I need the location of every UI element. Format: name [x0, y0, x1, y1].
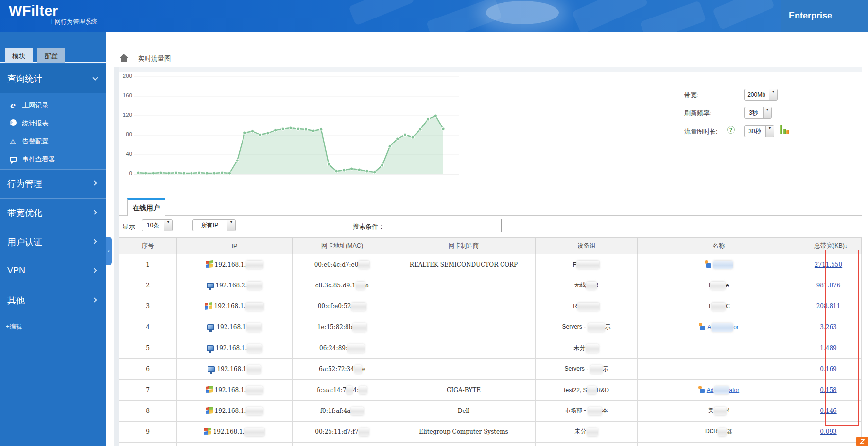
pie-chart-icon	[10, 119, 17, 126]
sidebar-section-other[interactable]: 其他	[0, 286, 106, 315]
bandwidth-link[interactable]: 0.146	[820, 408, 836, 414]
bandwidth-link[interactable]: 2711.550	[815, 261, 842, 268]
table-row[interactable]: 4192.168.11e:15:82:8bServers - 示Aor3.263	[119, 317, 862, 338]
sidebar-edit-link[interactable]: +编辑	[6, 322, 22, 331]
cell-group: 无线!	[536, 275, 638, 296]
table-row[interactable]: 1192.168.1.00:e0:4c:d7:e0REALTEK SEMICON…	[119, 254, 862, 275]
user-name-link[interactable]: Adator	[707, 387, 739, 393]
cell-text: 示	[605, 323, 611, 330]
refresh-rate-select[interactable]: 3秒	[744, 107, 772, 119]
cell-name	[638, 254, 800, 275]
cell-name	[638, 359, 800, 380]
bandwidth-link[interactable]: 208.811	[816, 303, 841, 310]
cell-bandwidth: 0.146	[800, 401, 862, 422]
col-num[interactable]: 序号	[119, 238, 177, 254]
table-row[interactable]: 6192.168.16a:52:72:34eServers - 示0.169	[119, 359, 862, 380]
tab-modules[interactable]: 模块	[5, 48, 33, 63]
windows-icon	[206, 260, 213, 268]
chevron-right-icon	[92, 268, 97, 273]
cell-mac: c8:3c:85:d9:1a	[293, 275, 392, 296]
chevron-right-icon	[92, 210, 97, 215]
sidebar-item-web-records[interactable]: 上网记录	[0, 96, 106, 114]
cell-mac: 00:25:11:d7:f7	[293, 422, 392, 443]
censored-blur	[246, 386, 263, 394]
bandwidth-link[interactable]: 981.076	[816, 282, 841, 289]
help-icon[interactable]: ?	[727, 126, 735, 134]
censored-blur	[714, 386, 729, 394]
user-name-link[interactable]: Aor	[707, 324, 739, 331]
table-row[interactable]: 8192.168.1.f0:1f:af:4aDell市场部 - 本美40.146	[119, 401, 862, 422]
sidebar-section-auth[interactable]: 用户认证	[0, 228, 106, 257]
cell-num: 7	[119, 380, 177, 401]
bandwidth-link[interactable]: 0.158	[820, 387, 836, 393]
tab-online-users[interactable]: 在线用户	[127, 198, 165, 216]
sidebar-section-query-stats[interactable]: 查询统计	[0, 64, 106, 93]
table-row[interactable]: 2192.168.2.c8:3c:85:d9:1a无线!ie981.076	[119, 275, 862, 296]
cell-name	[638, 338, 800, 359]
cell-text: 00:cf:e0:52	[318, 303, 351, 310]
chevron-down-icon[interactable]	[769, 89, 777, 100]
cell-text: 无线	[574, 282, 586, 288]
windows-icon	[206, 406, 213, 414]
cell-empty	[293, 443, 392, 446]
censored-blur	[245, 428, 264, 436]
cell-text: 192.168.1.	[215, 261, 246, 268]
sidebar-item-alert-config[interactable]: 告警配置	[0, 132, 106, 150]
bandwidth-link[interactable]: 3.263	[820, 324, 836, 331]
col-bandwidth[interactable]: 总带宽(KB)↓	[800, 238, 862, 254]
bandwidth-link[interactable]: 0.169	[820, 366, 836, 373]
sidebar-section-behavior[interactable]: 行为管理	[0, 169, 106, 198]
monitor-icon	[208, 366, 215, 372]
sidebar-item-stat-reports[interactable]: 统计报表	[0, 114, 106, 132]
cell-num: 1	[119, 254, 177, 275]
sidebar: 模块 配置 查询统计 上网记录 统计报表 告警配置 事件查看器	[0, 32, 106, 446]
ip-filter-select[interactable]: 所有IP	[192, 219, 236, 231]
chevron-down-icon[interactable]	[765, 126, 774, 137]
search-label: 搜索条件：	[353, 222, 384, 231]
cell-bandwidth: 3.263	[800, 317, 862, 338]
chevron-down-icon[interactable]	[227, 220, 235, 231]
chevron-down-icon[interactable]	[763, 107, 771, 118]
sidebar-section-vpn[interactable]: VPN	[0, 257, 106, 286]
table-row[interactable]: 5192.168.1.06:24:89:未分1.489	[119, 338, 862, 359]
cell-text: i	[709, 282, 710, 288]
bandwidth-select[interactable]: 200Mb	[744, 89, 778, 101]
bar-chart-icon[interactable]	[780, 125, 791, 134]
cell-mac: f0:1f:af:4a	[293, 401, 392, 422]
censored-blur	[713, 261, 733, 269]
cell-name: Aor	[638, 317, 800, 338]
cell-group: 市场部 - 本	[536, 401, 638, 422]
duration-select[interactable]: 30秒	[744, 125, 774, 137]
bandwidth-link[interactable]: 1.489	[820, 345, 836, 352]
cell-bandwidth: 981.076	[800, 275, 862, 296]
sidebar-tabs: 模块 配置	[0, 48, 106, 63]
cell-vendor	[392, 359, 536, 380]
sidebar-section-bandwidth[interactable]: 带宽优化	[0, 198, 106, 228]
sidebar-item-event-viewer[interactable]: 事件查看器	[0, 150, 106, 168]
tab-config[interactable]: 配置	[37, 48, 65, 63]
chevron-right-icon	[92, 298, 97, 303]
censored-blur	[587, 282, 596, 290]
table-row[interactable]: 7192.168.1.fc:aa:14:74:GIGA-BYTEtest22, …	[119, 380, 862, 401]
col-group[interactable]: 设备组	[536, 238, 638, 254]
cell-text: 192.168.1.	[213, 428, 245, 435]
col-mac[interactable]: 网卡地址(MAC)	[293, 238, 392, 254]
cell-text: F	[573, 261, 576, 268]
sidebar-collapse-handle[interactable]: ‹	[106, 237, 112, 265]
table-row[interactable]: 3192.168.1.00:cf:e0:52RTC208.811	[119, 296, 862, 317]
censored-blur	[246, 303, 263, 311]
censored-blur	[577, 261, 599, 269]
traffic-chart	[134, 73, 462, 178]
cell-num: 8	[119, 401, 177, 422]
page-size-select[interactable]: 10条	[142, 219, 173, 231]
col-vendor[interactable]: 网卡制造商	[392, 238, 536, 254]
user-name-link[interactable]	[713, 261, 733, 268]
cell-text: 06:24:89:	[319, 345, 347, 352]
col-ip[interactable]: IP	[177, 238, 293, 254]
home-icon[interactable]	[120, 54, 128, 62]
search-input[interactable]	[395, 219, 502, 232]
col-name[interactable]: 名称	[638, 238, 800, 254]
bandwidth-link[interactable]: 0.093	[820, 428, 836, 435]
table-row[interactable]: 9192.168.1.00:25:11:d7:f7Elitegroup Comp…	[119, 422, 862, 443]
chevron-down-icon[interactable]	[164, 220, 172, 231]
